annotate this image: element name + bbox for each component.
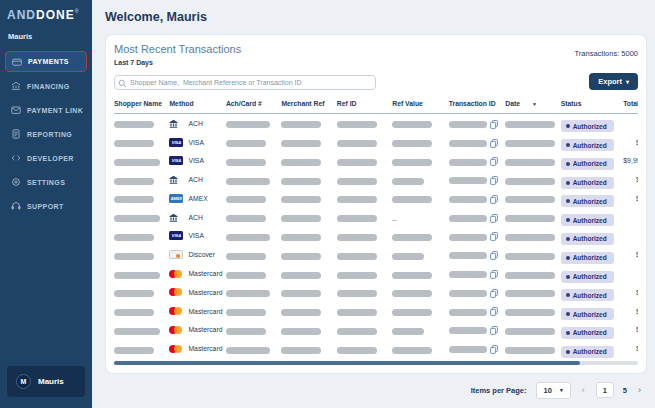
- merchant-ref-placeholder: [281, 328, 321, 335]
- sidebar-item-developer[interactable]: DEVELOPER: [0, 146, 92, 170]
- settings-icon: [11, 177, 21, 187]
- discover-icon: [169, 250, 184, 259]
- table-row[interactable]: VISAVISA Authorized: [114, 227, 638, 246]
- table-row[interactable]: VISAVISA Authorized $: [114, 133, 638, 152]
- copy-icon[interactable]: [490, 321, 498, 339]
- copy-icon[interactable]: [490, 209, 498, 227]
- table-row[interactable]: Mastercard Authorized $: [114, 302, 638, 321]
- copy-icon[interactable]: [490, 227, 498, 245]
- page-number-current[interactable]: 1: [596, 382, 614, 398]
- status-badge: Authorized: [561, 120, 614, 132]
- transaction-id-placeholder: [449, 309, 487, 316]
- prev-page-button[interactable]: ‹: [580, 385, 587, 395]
- sidebar-item-label: SETTINGS: [27, 179, 65, 186]
- status-dot-icon: [566, 237, 570, 241]
- sidebar-item-payment-link[interactable]: PAYMENT LINK: [0, 98, 92, 122]
- date-placeholder: [505, 253, 555, 260]
- sort-descending-icon[interactable]: ▼: [532, 101, 537, 107]
- ach-card-placeholder: [226, 272, 266, 279]
- date-placeholder: [505, 234, 555, 241]
- ref-id-placeholder: [337, 159, 377, 166]
- status-dot-icon: [566, 143, 570, 147]
- copy-icon[interactable]: [490, 190, 498, 208]
- table-row[interactable]: Mastercard Authorized $: [114, 283, 638, 302]
- status-badge: Authorized: [561, 252, 614, 264]
- ref-value-placeholder: [392, 290, 432, 297]
- sidebar-item-support[interactable]: SUPPORT: [0, 194, 92, 218]
- search-icon: [118, 74, 127, 92]
- sidebar-item-label: SUPPORT: [27, 203, 64, 210]
- copy-icon[interactable]: [490, 134, 498, 152]
- table-row[interactable]: Mastercard Authorized $: [114, 339, 638, 358]
- column-header-date[interactable]: Date▼: [505, 97, 560, 114]
- method-label: ACH: [188, 120, 202, 127]
- table-row[interactable]: ACH -- Authorized: [114, 208, 638, 227]
- date-placeholder: [505, 140, 555, 147]
- date-placeholder: [505, 290, 555, 297]
- copy-icon[interactable]: [490, 302, 498, 320]
- status-text: Authorized: [573, 273, 607, 280]
- reporting-icon: [11, 129, 21, 139]
- profile-menu[interactable]: M Mauris: [7, 366, 85, 397]
- copy-icon[interactable]: [490, 115, 498, 133]
- table-row[interactable]: VISAVISA Authorized $9,999.99: [114, 152, 638, 171]
- copy-icon[interactable]: [490, 171, 498, 189]
- shopper-name-placeholder: [114, 309, 154, 316]
- ref-id-placeholder: [337, 196, 377, 203]
- sidebar-item-label: DEVELOPER: [27, 155, 74, 162]
- ach-card-placeholder: [226, 121, 270, 128]
- transaction-id-placeholder: [449, 327, 487, 334]
- next-page-button[interactable]: ›: [636, 385, 643, 395]
- horizontal-scrollbar-track[interactable]: [114, 361, 638, 365]
- sidebar-item-financing[interactable]: FINANCING: [0, 74, 92, 98]
- ref-id-placeholder: [337, 178, 377, 185]
- export-button[interactable]: Export▾: [589, 73, 638, 90]
- profile-name: Mauris: [38, 377, 64, 386]
- column-header-ref-id: Ref ID: [337, 97, 392, 114]
- date-placeholder: [505, 178, 555, 185]
- shopper-name-placeholder: [114, 140, 154, 147]
- method-label: VISA: [188, 232, 204, 239]
- ref-id-placeholder: [337, 253, 377, 260]
- anddone-logo: ANDDONE®: [0, 0, 92, 22]
- total-amount: $: [623, 189, 638, 208]
- search-input[interactable]: [114, 75, 376, 90]
- copy-icon[interactable]: [490, 284, 498, 302]
- merchant-ref-placeholder: [281, 234, 321, 241]
- status-text: Authorized: [573, 311, 607, 318]
- ref-id-placeholder: [337, 328, 377, 335]
- date-placeholder: [505, 215, 555, 222]
- pagination: Items per Page: 10▾ ‹ 1 5 ›: [105, 382, 647, 399]
- status-dot-icon: [566, 350, 570, 354]
- bank-icon: [169, 175, 184, 184]
- table-row[interactable]: Discover Authorized $: [114, 245, 638, 264]
- page-number-last[interactable]: 5: [623, 386, 627, 395]
- status-badge: Authorized: [561, 214, 614, 226]
- horizontal-scrollbar-thumb[interactable]: [114, 361, 580, 365]
- status-dot-icon: [566, 293, 570, 297]
- method-label: ACH: [188, 176, 202, 183]
- status-dot-icon: [566, 124, 570, 128]
- mastercard-icon: [169, 269, 184, 278]
- copy-icon[interactable]: [490, 152, 498, 170]
- items-per-page-select[interactable]: 10▾: [536, 382, 571, 399]
- method-label: Discover: [188, 251, 214, 258]
- ref-value-placeholder: [392, 272, 432, 279]
- status-badge: Authorized: [561, 139, 614, 151]
- status-text: Authorized: [573, 292, 607, 299]
- sidebar-item-reporting[interactable]: REPORTING: [0, 122, 92, 146]
- table-row[interactable]: ACH Authorized $: [114, 170, 638, 189]
- ref-value-empty: --: [392, 216, 397, 223]
- copy-icon[interactable]: [490, 246, 498, 264]
- copy-icon[interactable]: [490, 340, 498, 358]
- table-row[interactable]: ACH Authorized: [114, 114, 638, 133]
- table-row[interactable]: AMEXAMEX Authorized $: [114, 189, 638, 208]
- sidebar-item-label: PAYMENT LINK: [27, 107, 83, 114]
- method-label: ACH: [188, 214, 202, 221]
- table-row[interactable]: Mastercard Authorized: [114, 264, 638, 283]
- table-row[interactable]: Mastercard Authorized $: [114, 320, 638, 339]
- sidebar-item-payments[interactable]: PAYMENTS: [5, 51, 87, 72]
- ach-card-placeholder: [226, 290, 270, 297]
- copy-icon[interactable]: [490, 265, 498, 283]
- sidebar-item-settings[interactable]: SETTINGS: [0, 170, 92, 194]
